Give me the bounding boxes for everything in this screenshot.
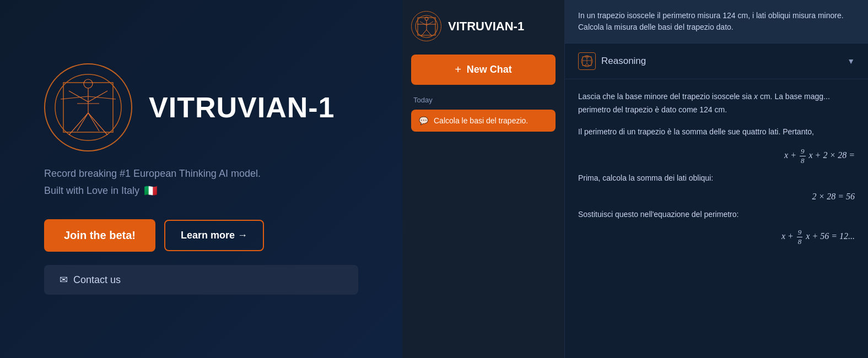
svg-line-4 (61, 96, 88, 99)
logo-circle (44, 63, 132, 151)
brand-name: VITRUVIAN-1 (149, 91, 335, 124)
chat-item-text: Calcola le basi del trapezio. (434, 116, 528, 125)
chat-header: VITRUVIAN-1 (411, 11, 556, 41)
svg-line-5 (88, 96, 116, 99)
user-message-text: In un trapezio isoscele il perimetro mis… (578, 10, 855, 33)
reasoning-content: Lascia che la base minore del trapezio i… (565, 79, 868, 358)
primary-buttons: Join the beta! Learn more → (44, 219, 358, 252)
reasoning-section-2: Sostituisci questo nell'equazione del pe… (578, 208, 855, 221)
vitruvian-logo-icon (52, 72, 124, 143)
chat-brand-name: VITRUVIAN-1 (448, 19, 524, 34)
tagline-1: Record breaking #1 European Thinking AI … (44, 168, 358, 180)
reasoning-label: Reasoning (601, 56, 842, 67)
contact-us-label: Contact us (73, 274, 121, 286)
chat-bubble-icon: 💬 (419, 116, 428, 125)
reasoning-header: Reasoning ▼ (565, 44, 868, 79)
logo-section: VITRUVIAN-1 (44, 63, 358, 151)
svg-line-20 (420, 21, 427, 25)
contact-us-button[interactable]: ✉ Contact us (44, 265, 358, 295)
new-chat-button[interactable]: + New Chat (411, 55, 556, 85)
flag-icon: 🇮🇹 (144, 184, 158, 197)
reasoning-logo-icon (580, 55, 594, 68)
chat-logo-circle (411, 11, 441, 41)
user-message: In un trapezio isoscele il perimetro mis… (565, 0, 868, 44)
math-equation-2: 2 × 28 = 56 (578, 192, 855, 202)
today-label: Today (411, 96, 556, 104)
plus-icon: + (455, 63, 461, 76)
fraction-9-8-2: 9 8 (797, 228, 803, 246)
svg-line-21 (427, 21, 433, 25)
svg-point-2 (84, 79, 93, 88)
dropdown-arrow-icon[interactable]: ▼ (847, 57, 855, 66)
math-equation-1: x + 9 8 x + 2 × 28 = (578, 147, 855, 165)
reasoning-logo (578, 52, 596, 70)
envelope-icon: ✉ (60, 274, 68, 286)
chat-vitruvian-icon (414, 14, 439, 39)
reasoning-section-1: Prima, calcola la somma dei lati obliqui… (578, 172, 855, 185)
left-panel: VITRUVIAN-1 Record breaking #1 European … (0, 0, 402, 358)
tagline-2: Built with Love in Italy 🇮🇹 (44, 184, 358, 197)
join-beta-button[interactable]: Join the beta! (44, 219, 155, 252)
new-chat-label: New Chat (467, 64, 512, 75)
taglines: Record breaking #1 European Thinking AI … (44, 168, 358, 197)
reasoning-para-1: Lascia che la base minore del trapezio i… (578, 90, 855, 117)
svg-line-10 (77, 113, 88, 131)
svg-line-8 (69, 113, 88, 135)
chat-history-item[interactable]: 💬 Calcola le basi del trapezio. (411, 110, 556, 132)
svg-line-9 (88, 113, 107, 135)
math-equation-3: x + 9 8 x + 56 = 12... (578, 228, 855, 246)
chat-sidebar: VITRUVIAN-1 + New Chat Today 💬 Calcola l… (402, 0, 565, 358)
fraction-9-8: 9 8 (800, 147, 806, 165)
reasoning-para-2: Il perimetro di un trapezio è la somma d… (578, 126, 855, 139)
svg-line-11 (88, 113, 99, 131)
learn-more-button[interactable]: Learn more → (164, 220, 264, 251)
reasoning-panel: In un trapezio isoscele il perimetro mis… (565, 0, 868, 358)
